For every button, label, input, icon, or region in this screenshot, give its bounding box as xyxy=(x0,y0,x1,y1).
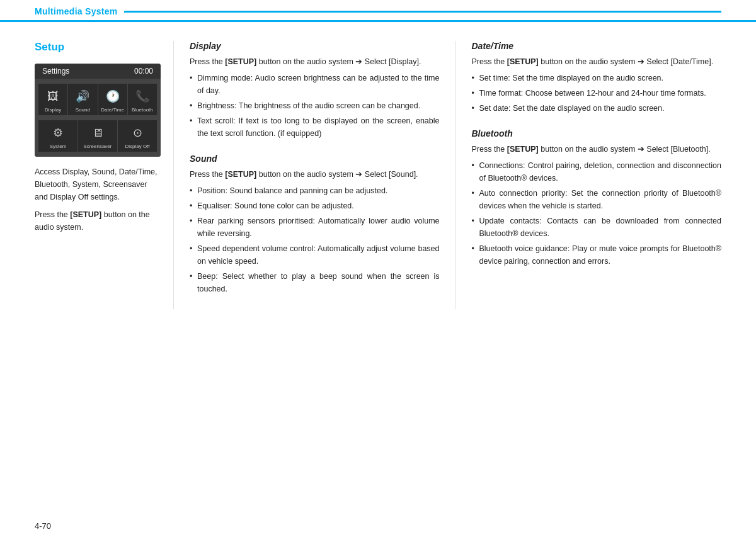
header-line xyxy=(124,11,721,13)
display-bullet-1: Dimming mode: Audio screen brightness ca… xyxy=(190,72,440,97)
sound-bullets: Position: Sound balance and panning can … xyxy=(190,184,440,295)
bluetooth-bullets: Connections: Control pairing, deletion, … xyxy=(472,159,722,268)
datetime-bullet-1: Set time: Set the time displayed on the … xyxy=(472,72,722,84)
screen-datetime-label: Date/Time xyxy=(101,107,124,113)
datetime-heading: Date/Time xyxy=(472,41,722,51)
bluetooth-bullet-1: Connections: Control pairing, deletion, … xyxy=(472,159,722,184)
datetime-section: Date/Time Press the [SETUP] button on th… xyxy=(472,41,722,115)
screen-bottom-grid: ⚙ System 🖥 Screensaver ⊙ Display Off xyxy=(35,118,161,157)
screen-item-system: ⚙ System xyxy=(38,120,77,152)
right-column: Date/Time Press the [SETUP] button on th… xyxy=(455,41,722,309)
screen-display-label: Display xyxy=(45,107,61,113)
display-bullet-3: Text scroll: If text is too long to be d… xyxy=(190,115,440,140)
setup-bold-datetime: [SETUP] xyxy=(507,57,539,66)
left-description: Access Display, Sound, Date/Time, Blueto… xyxy=(35,166,161,203)
display-bullet-2: Brightness: The brightness of the audio … xyxy=(190,99,440,112)
bluetooth-intro: Press the [SETUP] button on the audio sy… xyxy=(472,143,722,155)
system-icon: ⚙ xyxy=(49,124,67,142)
section-title: Setup xyxy=(35,41,161,54)
screen-item-sound: 🔊 Sound xyxy=(68,84,97,115)
sound-bullet-1: Position: Sound balance and panning can … xyxy=(190,184,440,197)
bluetooth-bullet-3: Update contacts: Contacts can be downloa… xyxy=(472,215,722,240)
datetime-intro: Press the [SETUP] button on the audio sy… xyxy=(472,55,722,68)
screen-item-displayoff: ⊙ Display Off xyxy=(118,120,157,152)
sound-bullet-5: Beep: Select whether to play a beep soun… xyxy=(190,270,440,295)
setup-bold-sound: [SETUP] xyxy=(225,170,256,179)
displayoff-icon: ⊙ xyxy=(129,124,146,142)
datetime-icon: 🕐 xyxy=(104,88,122,105)
screen-settings-label: Settings xyxy=(42,67,69,76)
datetime-bullets: Set time: Set the time displayed on the … xyxy=(472,72,722,115)
left-column: Setup Settings 00:00 🖼 Display 🔊 Sound 🕐… xyxy=(35,41,173,309)
sound-bullet-3: Rear parking sensors prioritised: Automa… xyxy=(190,215,440,240)
setup-bold-display: [SETUP] xyxy=(225,57,256,66)
sound-intro: Press the [SETUP] button on the audio sy… xyxy=(190,168,440,181)
setup-bold-bluetooth: [SETUP] xyxy=(507,145,539,154)
screen-item-display: 🖼 Display xyxy=(38,84,67,115)
middle-column: Display Press the [SETUP] button on the … xyxy=(173,41,455,309)
bluetooth-icon: 📞 xyxy=(134,88,151,105)
sound-icon: 🔊 xyxy=(74,88,91,105)
screen-screensaver-label: Screensaver xyxy=(84,144,112,149)
screen-system-label: System xyxy=(50,144,67,149)
bluetooth-bullet-4: Bluetooth voice guidance: Play or mute v… xyxy=(472,242,722,268)
header-title: Multimedia System xyxy=(35,6,118,16)
bluetooth-section: Bluetooth Press the [SETUP] button on th… xyxy=(472,128,722,268)
display-icon: 🖼 xyxy=(44,88,62,105)
sound-section: Sound Press the [SETUP] button on the au… xyxy=(190,154,440,295)
main-content: Setup Settings 00:00 🖼 Display 🔊 Sound 🕐… xyxy=(0,22,756,328)
sound-bullet-2: Equaliser: Sound tone color can be adjus… xyxy=(190,200,440,212)
page-footer: 4-70 xyxy=(35,521,51,531)
setup-bold-1: [SETUP] xyxy=(70,210,101,219)
sound-heading: Sound xyxy=(190,154,440,164)
screen-top-grid: 🖼 Display 🔊 Sound 🕐 Date/Time 📞 Bluetoot… xyxy=(35,79,161,118)
datetime-bullet-2: Time format: Choose between 12-hour and … xyxy=(472,87,722,99)
screen-item-datetime: 🕐 Date/Time xyxy=(98,84,127,115)
screen-displayoff-label: Display Off xyxy=(125,144,150,149)
screen-item-screensaver: 🖥 Screensaver xyxy=(78,120,117,152)
screen-bluetooth-label: Bluetooth xyxy=(132,107,153,113)
bluetooth-bullet-2: Auto connection priority: Set the connec… xyxy=(472,187,722,212)
display-heading: Display xyxy=(190,41,440,51)
screen-sound-label: Sound xyxy=(76,107,90,113)
display-section: Display Press the [SETUP] button on the … xyxy=(190,41,440,140)
display-bullets: Dimming mode: Audio screen brightness ca… xyxy=(190,72,440,140)
screen-clock: 00:00 xyxy=(134,67,153,76)
bluetooth-heading: Bluetooth xyxy=(472,128,722,138)
page-header: Multimedia System xyxy=(0,0,756,22)
left-instruction: Press the [SETUP] button on the audio sy… xyxy=(35,208,161,234)
screen-item-bluetooth: 📞 Bluetooth xyxy=(128,84,157,115)
screen-mockup: Settings 00:00 🖼 Display 🔊 Sound 🕐 Date/… xyxy=(35,64,161,157)
display-intro: Press the [SETUP] button on the audio sy… xyxy=(190,55,440,68)
page-number: 4-70 xyxy=(35,521,51,531)
screen-header: Settings 00:00 xyxy=(35,64,161,79)
sound-bullet-4: Speed dependent volume control: Automati… xyxy=(190,242,440,268)
datetime-bullet-3: Set date: Set the date displayed on the … xyxy=(472,102,722,115)
screensaver-icon: 🖥 xyxy=(89,124,106,142)
